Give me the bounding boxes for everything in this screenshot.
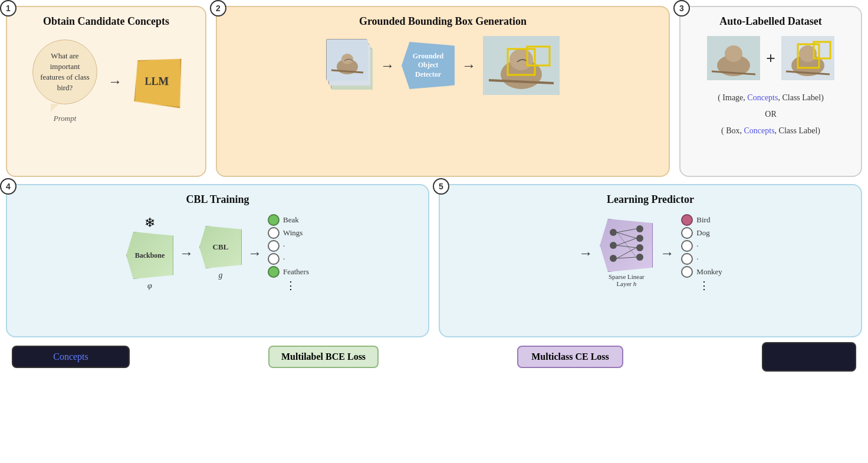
panel-2-content: → GroundedObjectDetector → — [228, 36, 658, 95]
legend-box-4 — [762, 342, 856, 372]
concept-wings: Wings — [268, 227, 309, 239]
svg-point-33 — [636, 235, 643, 242]
panel-4: 4 CBL Training ❄ Backbone φ → CBL g → — [6, 184, 429, 337]
cbl-wrapper: CBL g — [199, 226, 242, 280]
legend-multiclass-label: Multiclass CE Loss — [531, 352, 609, 362]
backbone-wrapper: ❄ Backbone φ — [126, 215, 173, 291]
panel4-arrow1: → — [179, 245, 193, 261]
panel-2-title: Grounded Bounding Box Generation — [228, 15, 658, 28]
panel-2: 2 Grounded Bounding Box Generation — [216, 6, 670, 177]
svg-point-29 — [610, 229, 617, 236]
concept-list-wrapper: Beak Wings · · — [268, 214, 309, 292]
prompt-text: What are important features of class bir… — [38, 51, 92, 94]
prompt-label: Prompt — [54, 114, 77, 123]
output-dots-1: · — [681, 240, 722, 252]
output-dots-2: · — [681, 253, 722, 265]
feathers-indicator — [268, 266, 280, 278]
concept-feathers: Feathers — [268, 266, 309, 278]
img-front — [326, 39, 367, 80]
output-dots-below: ⋮ — [681, 279, 722, 292]
out-dots2-indicator — [681, 253, 693, 265]
beak-label: Beak — [283, 215, 299, 225]
step-4-circle: 4 — [0, 178, 17, 195]
panel-1-content: What are important features of class bir… — [18, 40, 195, 123]
panel-3-title: Auto-Labelled Dataset — [691, 15, 850, 28]
monkey-indicator — [681, 266, 693, 278]
dog-label: Dog — [696, 228, 709, 238]
svg-point-32 — [636, 225, 643, 232]
label-concepts-1: Concepts — [747, 93, 778, 102]
out-dots1-label: · — [696, 241, 698, 251]
bottom-row: 4 CBL Training ❄ Backbone φ → CBL g → — [6, 184, 862, 337]
svg-rect-28 — [601, 221, 652, 271]
panel2-arrow2: → — [462, 58, 476, 74]
plus-sign: + — [766, 49, 775, 68]
output-image-box — [483, 36, 560, 95]
svg-point-34 — [636, 244, 643, 251]
legend-concepts-box: Concepts — [12, 346, 130, 368]
sparse-layer-box — [600, 219, 653, 272]
phi-label: φ — [147, 281, 152, 291]
panel1-arrow: → — [108, 74, 122, 90]
panel4-arrow2: → — [248, 245, 262, 261]
wings-label: Wings — [283, 228, 303, 238]
panel-5: 5 Learning Predictor → — [439, 184, 862, 337]
label-box: ( Box, — [721, 126, 744, 135]
output-monkey: Monkey — [681, 266, 722, 278]
legend-multilabel-label: Multilabel BCE Loss — [281, 352, 366, 362]
label-concepts-2: Concepts — [744, 126, 775, 135]
g-label: g — [218, 271, 222, 280]
concept-dots-1: · — [268, 240, 309, 252]
wings-indicator — [268, 227, 280, 239]
panel5-arrow2: → — [660, 245, 674, 261]
panel5-arrow1: → — [578, 245, 593, 261]
step-5-circle: 5 — [433, 178, 449, 195]
panel-3: 3 Auto-Labelled Dataset + — [679, 6, 862, 177]
svg-point-20 — [725, 45, 742, 62]
cbl-box: CBL — [199, 226, 242, 268]
backbone-box: Backbone — [126, 232, 173, 279]
svg-point-31 — [610, 255, 617, 262]
llm-box: LLM — [134, 57, 183, 109]
dog-indicator — [681, 227, 693, 239]
panel3-bird-bbox-img — [781, 36, 834, 80]
panel-5-content: → — [451, 214, 850, 292]
dots2-label: · — [283, 254, 285, 264]
concept-dots-2: · — [268, 253, 309, 265]
label-class-1: , Class Label) — [778, 93, 823, 102]
prompt-bubble: What are important features of class bir… — [32, 40, 97, 104]
feathers-label: Feathers — [283, 267, 309, 277]
bird-label: Bird — [696, 215, 710, 225]
legend-multiclass-box: Multiclass CE Loss — [517, 346, 623, 368]
panel3-bird-img — [707, 36, 760, 80]
panel-1-title: Obtain Candidate Concepts — [18, 15, 195, 28]
legend-multilabel-box: Multilabel BCE Loss — [268, 346, 379, 368]
dots1-label: · — [283, 241, 285, 251]
step-1-circle: 1 — [0, 0, 17, 17]
input-images-stack — [326, 39, 373, 92]
output-list-wrapper: Bird Dog · · — [681, 214, 722, 292]
panel2-arrow1: → — [380, 58, 394, 74]
sparse-layer-label: Sparse LinearLayer h — [609, 273, 645, 287]
concept-dots-below: ⋮ — [268, 279, 309, 292]
main-container: 1 Obtain Candidate Concepts What are imp… — [0, 0, 868, 463]
dots2-indicator — [268, 253, 280, 265]
sparse-layer-wrapper: Sparse LinearLayer h — [600, 219, 653, 287]
step-3-circle: 3 — [673, 0, 690, 17]
snowflake-icon: ❄ — [144, 215, 155, 231]
output-bird: Bird — [681, 214, 722, 226]
out-dots2-label: · — [696, 254, 698, 264]
top-row: 1 Obtain Candidate Concepts What are imp… — [6, 6, 862, 177]
monkey-label: Monkey — [696, 267, 722, 277]
output-dog: Dog — [681, 227, 722, 239]
label-or: OR — [691, 106, 850, 123]
label-class-2: , Class Label) — [775, 126, 820, 135]
legend-row: Concepts Multilabel BCE Loss Multiclass … — [6, 342, 862, 372]
concept-beak: Beak — [268, 214, 309, 226]
step-2-circle: 2 — [210, 0, 226, 17]
panel-4-title: CBL Training — [18, 193, 417, 206]
dots1-indicator — [268, 240, 280, 252]
svg-point-35 — [636, 254, 643, 261]
panel-4-content: ❄ Backbone φ → CBL g → Beak — [18, 214, 417, 292]
svg-point-30 — [610, 242, 617, 249]
